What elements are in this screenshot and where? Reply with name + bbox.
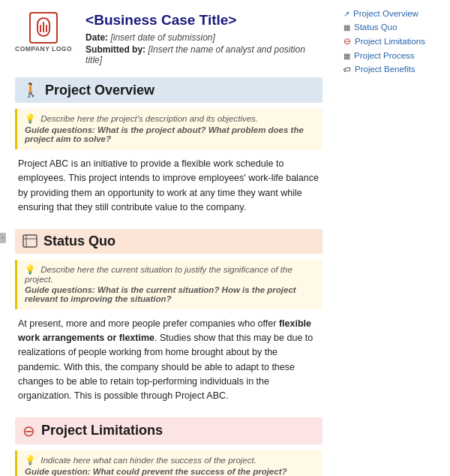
sidebar-item-overview[interactable]: Project Overview xyxy=(344,9,441,18)
overview-title: Project Overview xyxy=(45,83,154,98)
hint-bulb-icon3: 💡 xyxy=(25,456,35,465)
limitations-nav-icon: ⊖ xyxy=(344,36,351,47)
overview-abc-highlight: Project ABC xyxy=(18,158,68,169)
date-value: [insert date of submission] xyxy=(110,32,214,43)
hint-bulb-icon2: 💡 xyxy=(25,265,35,274)
sidebar-label-overview: Project Overview xyxy=(353,9,418,18)
submitted-label: Submitted by: xyxy=(86,44,146,55)
left-margin-marker: + xyxy=(0,233,6,243)
overview-nav-icon xyxy=(344,9,350,18)
sidebar-nav: Project Overview Status Quo ⊖ Project Li… xyxy=(338,0,448,476)
overview-header: 🚶 Project Overview xyxy=(15,77,322,103)
sidebar-item-process[interactable]: Project Process xyxy=(344,51,441,60)
section-limitations: ⊖ Project Limitations 💡 Indicate here wh… xyxy=(15,417,322,476)
hint-bulb-icon: 💡 xyxy=(25,114,35,123)
statusquo-content: At present, more and more people prefer … xyxy=(15,317,322,404)
logo-area: COMPANY LOGO xyxy=(15,12,72,53)
limitations-title: Project Limitations xyxy=(41,423,163,438)
overview-hint-line1: 💡 Describe here the project's descriptio… xyxy=(25,113,315,124)
process-nav-icon xyxy=(344,51,350,60)
title-area: <Business Case Title> Date: [insert date… xyxy=(86,12,322,67)
sidebar-label-statusquo: Status Quo xyxy=(354,23,398,32)
limitations-hint-line1: 💡 Indicate here what can hinder the succ… xyxy=(25,455,315,465)
statusquo-header: Status Quo xyxy=(15,229,322,254)
statusquo-hint: 💡 Describe here the current situation to… xyxy=(15,260,322,309)
limitations-hint-line2: Guide question: What could prevent the s… xyxy=(25,467,315,476)
overview-icon: 🚶 xyxy=(22,82,39,98)
statusquo-hint-line2: Guide questions: What is the current sit… xyxy=(25,285,315,303)
sidebar-label-benefits: Project Benefits xyxy=(355,65,416,74)
logo-svg xyxy=(34,17,53,39)
date-label: Date: xyxy=(86,32,108,43)
limitations-icon: ⊖ xyxy=(22,422,35,440)
company-logo-icon xyxy=(29,12,58,44)
section-overview: 🚶 Project Overview 💡 Describe here the p… xyxy=(15,77,322,215)
statusquo-nav-icon xyxy=(344,23,350,32)
overview-content: Project ABC is an initiative to provide … xyxy=(15,157,322,215)
sidebar-label-process: Project Process xyxy=(354,51,415,60)
sidebar-item-benefits[interactable]: 🏷 Project Benefits xyxy=(344,65,441,74)
document-header: COMPANY LOGO <Business Case Title> Date:… xyxy=(15,12,322,67)
limitations-header: ⊖ Project Limitations xyxy=(15,417,322,444)
statusquo-title: Status Quo xyxy=(44,233,116,249)
svg-rect-0 xyxy=(23,235,37,247)
statusquo-hint-line1: 💡 Describe here the current situation to… xyxy=(25,264,315,284)
statusquo-svg-icon xyxy=(22,234,38,248)
document-title: <Business Case Title> xyxy=(86,12,322,29)
section-statusquo: Status Quo 💡 Describe here the current s… xyxy=(15,229,322,404)
sidebar-item-statusquo[interactable]: Status Quo xyxy=(344,23,441,32)
company-name: COMPANY LOGO xyxy=(15,45,72,53)
sidebar-item-limitations[interactable]: ⊖ Project Limitations xyxy=(344,36,441,47)
sidebar-label-limitations: Project Limitations xyxy=(355,37,425,46)
benefits-nav-icon: 🏷 xyxy=(344,65,351,74)
overview-hint: 💡 Describe here the project's descriptio… xyxy=(15,109,322,149)
limitations-hint: 💡 Indicate here what can hinder the succ… xyxy=(15,450,322,476)
date-line: Date: [insert date of submission] xyxy=(86,32,322,43)
statusquo-icon xyxy=(22,234,38,248)
submitted-line: Submitted by: [Insert the name of analys… xyxy=(86,44,322,65)
overview-hint-line2: Guide questions: What is the project abo… xyxy=(25,125,315,143)
